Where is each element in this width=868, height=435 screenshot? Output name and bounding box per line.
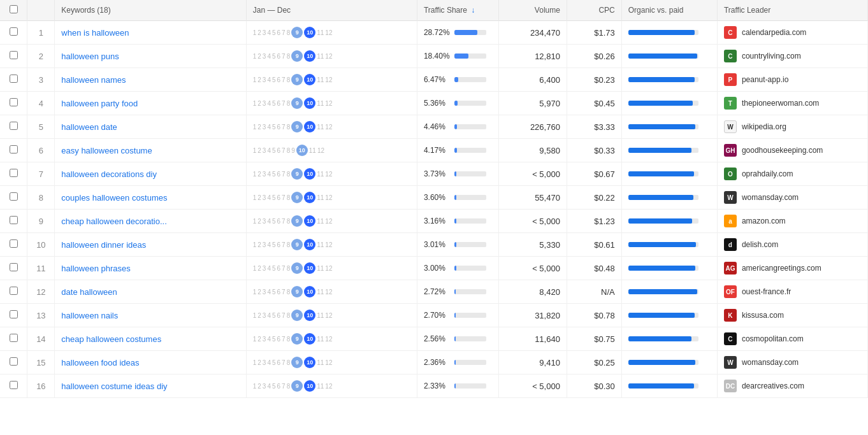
trend-num-5: 5 [272, 289, 276, 296]
row-organic [621, 162, 717, 186]
traffic-bar-bg [454, 336, 486, 341]
cpc-value: $0.22 [594, 193, 615, 203]
row-checkbox[interactable] [10, 51, 18, 59]
keyword-link[interactable]: when is halloween [61, 28, 129, 38]
trend-num-2: 2 [257, 241, 261, 248]
row-checkbox[interactable] [10, 145, 18, 153]
header-traffic[interactable]: Traffic Share ↓ [417, 0, 498, 21]
keyword-link[interactable]: halloween puns [61, 52, 119, 61]
leader-favicon: GH [724, 144, 737, 157]
volume-value: 226,760 [530, 122, 560, 132]
table-row: 7 halloween decorations diy 123456789101… [0, 162, 868, 186]
row-traffic: 6.47% [417, 68, 498, 92]
row-cpc: $1.23 [567, 210, 621, 233]
keyword-link[interactable]: halloween date [61, 122, 117, 132]
row-checkbox[interactable] [10, 122, 18, 130]
cpc-value: $0.23 [594, 75, 615, 85]
leader-favicon: P [724, 73, 737, 86]
row-keyword: halloween puns [55, 45, 246, 68]
keyword-link[interactable]: date halloween [61, 287, 117, 297]
row-trend: 123456789101112 [246, 45, 417, 68]
keyword-link[interactable]: halloween nails [61, 311, 118, 320]
select-all-checkbox[interactable] [10, 5, 18, 13]
traffic-bar-fill [454, 266, 456, 271]
row-volume: 234,470 [498, 21, 567, 45]
row-leader: W womansday.com [717, 351, 867, 374]
keyword-link[interactable]: halloween decorations diy [61, 169, 157, 179]
row-checkbox[interactable] [10, 216, 18, 224]
trend-circle-10: 10 [304, 74, 315, 85]
table-row: 15 halloween food ideas 123456789101112 … [0, 351, 868, 374]
trend-num-8: 8 [287, 289, 291, 296]
row-check-cell [0, 162, 27, 186]
row-checkbox[interactable] [10, 98, 18, 106]
keyword-link[interactable]: easy halloween costume [61, 146, 152, 155]
trend-num-6: 6 [277, 100, 281, 107]
trend-num-11: 11 [317, 241, 324, 248]
trend-num-7: 7 [282, 124, 286, 131]
row-volume: 5,970 [498, 92, 567, 115]
keyword-link[interactable]: cheap halloween costumes [61, 334, 161, 344]
leader-favicon: C [724, 332, 737, 345]
organic-bar-fill [628, 289, 697, 294]
traffic-bar-bg [454, 30, 486, 35]
table-row: 16 halloween costume ideas diy 123456789… [0, 374, 868, 398]
row-checkbox[interactable] [10, 192, 18, 201]
row-number: 2 [27, 45, 55, 68]
trend-num-4: 4 [267, 265, 271, 272]
traffic-bar-fill [454, 148, 457, 153]
row-checkbox[interactable] [10, 239, 18, 248]
traffic-bar-fill [454, 30, 477, 35]
leader-favicon: DC [724, 380, 737, 392]
organic-bar-bg [628, 124, 698, 129]
trend-num-3: 3 [263, 29, 266, 36]
trend-num-8: 8 [287, 383, 291, 390]
trend-num-3: 3 [263, 289, 266, 296]
keyword-link[interactable]: halloween party food [61, 99, 138, 108]
trend-num-4: 4 [267, 359, 271, 366]
trend-num-11: 11 [317, 289, 324, 296]
traffic-percent: 3.01% [424, 240, 451, 249]
keyword-link[interactable]: cheap halloween decoratio... [61, 217, 167, 226]
trend-num-3: 3 [263, 312, 266, 319]
keyword-link[interactable]: halloween dinner ideas [61, 240, 146, 250]
trend-num-5: 5 [272, 171, 276, 178]
trend-num-7: 7 [282, 312, 286, 319]
row-leader: C cosmopolitan.com [717, 327, 867, 351]
row-keyword: couples halloween costumes [55, 186, 246, 210]
trend-num-8: 8 [287, 241, 291, 248]
keyword-link[interactable]: halloween costume ideas diy [61, 382, 167, 391]
trend-num-6: 6 [277, 241, 281, 248]
traffic-bar-fill [454, 242, 456, 247]
traffic-header-label: Traffic Share [424, 6, 467, 15]
leader-header-label: Traffic Leader [724, 6, 770, 15]
traffic-percent: 4.17% [424, 146, 451, 155]
keyword-link[interactable]: halloween names [61, 75, 126, 85]
keyword-link[interactable]: halloween food ideas [61, 358, 139, 367]
row-checkbox[interactable] [10, 169, 18, 177]
traffic-percent: 2.70% [424, 311, 451, 320]
traffic-bar-bg [454, 171, 486, 176]
row-volume: < 5,000 [498, 257, 567, 280]
row-checkbox[interactable] [10, 357, 18, 366]
traffic-bar-bg [454, 266, 486, 271]
trend-num-11: 11 [317, 383, 324, 390]
row-keyword: halloween phrases [55, 257, 246, 280]
keyword-link[interactable]: halloween phrases [61, 264, 130, 273]
row-trend: 123456789101112 [246, 280, 417, 304]
organic-bar-fill [628, 30, 695, 35]
keywords-header-label: Keywords (18) [61, 6, 110, 15]
row-trend: 123456789101112 [246, 92, 417, 115]
row-checkbox[interactable] [10, 310, 18, 318]
row-checkbox[interactable] [10, 334, 18, 342]
trend-circle-9: 9 [291, 192, 303, 203]
keyword-link[interactable]: couples halloween costumes [61, 193, 167, 203]
row-checkbox[interactable] [10, 27, 18, 36]
row-checkbox[interactable] [10, 75, 18, 83]
leader-favicon: d [724, 238, 737, 251]
row-checkbox[interactable] [10, 381, 18, 389]
volume-value: 234,470 [530, 28, 560, 38]
row-checkbox[interactable] [10, 263, 18, 271]
row-checkbox[interactable] [10, 287, 18, 295]
trend-num-4: 4 [267, 124, 271, 131]
